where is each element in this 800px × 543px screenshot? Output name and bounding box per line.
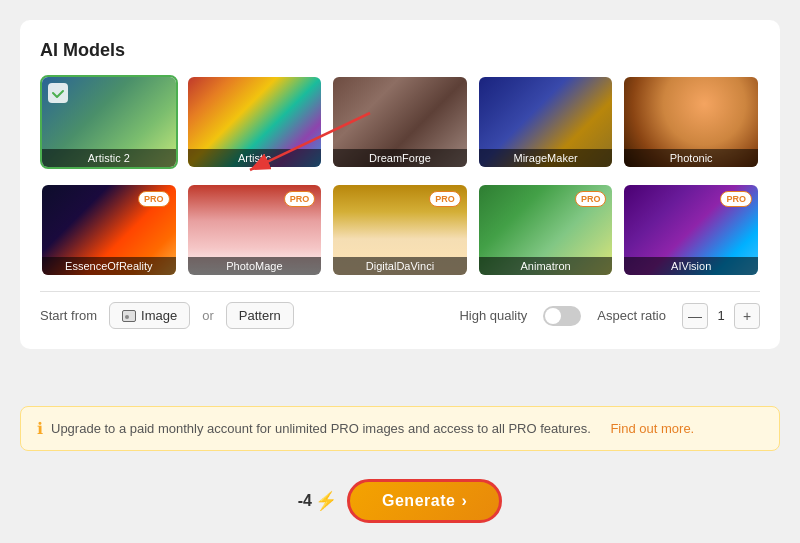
models-row1: Artistic 2 Artistic DreamForge MirageMak…	[40, 75, 760, 169]
selected-check	[48, 83, 68, 103]
pro-badge-photomage: PRO	[284, 191, 316, 207]
image-button[interactable]: Image	[109, 302, 190, 329]
quality-toggle[interactable]	[543, 306, 581, 326]
section-title: AI Models	[40, 40, 760, 61]
pro-badge-aivision: PRO	[720, 191, 752, 207]
model-label-digitaldav: DigitalDaVinci	[333, 257, 467, 275]
model-label-aivision: AIVision	[624, 257, 758, 275]
quality-label: High quality	[459, 308, 527, 323]
model-label-animatron: Animatron	[479, 257, 613, 275]
pro-badge-animatron: PRO	[575, 191, 607, 207]
info-icon: ℹ	[37, 419, 43, 438]
generate-button[interactable]: Generate ›	[347, 479, 502, 523]
lightning-icon: ⚡	[315, 490, 337, 512]
upgrade-banner: ℹ Upgrade to a paid monthly account for …	[20, 406, 780, 451]
main-container: AI Models Artistic 2	[20, 20, 780, 349]
pro-badge-digitaldav: PRO	[429, 191, 461, 207]
model-label-photonic: Photonic	[624, 149, 758, 167]
model-card-essenceofr[interactable]: PRO EssenceOfReality	[40, 183, 178, 277]
aspect-label: Aspect ratio	[597, 308, 666, 323]
quality-section: High quality Aspect ratio — 1 +	[459, 303, 760, 329]
model-label-artistic2: Artistic 2	[42, 149, 176, 167]
model-card-aivision[interactable]: PRO AIVision	[622, 183, 760, 277]
model-label-miragemaker: MirageMaker	[479, 149, 613, 167]
generate-arrow: ›	[461, 492, 467, 510]
model-label-essenceofr: EssenceOfReality	[42, 257, 176, 275]
model-label-dreamforge: DreamForge	[333, 149, 467, 167]
credits-display: -4 ⚡	[298, 490, 337, 512]
image-icon	[122, 310, 136, 322]
pattern-button[interactable]: Pattern	[226, 302, 294, 329]
model-card-miragemaker[interactable]: MirageMaker	[477, 75, 615, 169]
model-card-animatron[interactable]: PRO Animatron	[477, 183, 615, 277]
model-card-dreamforge[interactable]: DreamForge	[331, 75, 469, 169]
find-out-link[interactable]: Find out more.	[610, 421, 694, 436]
or-text: or	[202, 308, 214, 323]
aspect-controls: — 1 +	[682, 303, 760, 329]
model-card-artistic[interactable]: Artistic	[186, 75, 324, 169]
aspect-plus-button[interactable]: +	[734, 303, 760, 329]
model-label-photomage: PhotoMage	[188, 257, 322, 275]
generate-row: -4 ⚡ Generate ›	[20, 479, 780, 523]
model-label-artistic: Artistic	[188, 149, 322, 167]
generate-label: Generate	[382, 492, 455, 510]
model-card-photonic[interactable]: Photonic	[622, 75, 760, 169]
models-grid-wrapper: Artistic 2 Artistic DreamForge MirageMak…	[40, 75, 760, 277]
model-card-photomage[interactable]: PRO PhotoMage	[186, 183, 324, 277]
model-card-artistic2[interactable]: Artistic 2	[40, 75, 178, 169]
aspect-value: 1	[714, 308, 728, 323]
bottom-controls: Start from Image or Pattern High quality…	[40, 291, 760, 329]
aspect-minus-button[interactable]: —	[682, 303, 708, 329]
model-card-digitaldav[interactable]: PRO DigitalDaVinci	[331, 183, 469, 277]
pro-badge-essenceofr: PRO	[138, 191, 170, 207]
models-row2: PRO EssenceOfReality PRO PhotoMage PRO D…	[40, 183, 760, 277]
image-btn-label: Image	[141, 308, 177, 323]
start-from-label: Start from	[40, 308, 97, 323]
upgrade-message: Upgrade to a paid monthly account for un…	[51, 421, 591, 436]
credits-value: -4	[298, 492, 312, 510]
